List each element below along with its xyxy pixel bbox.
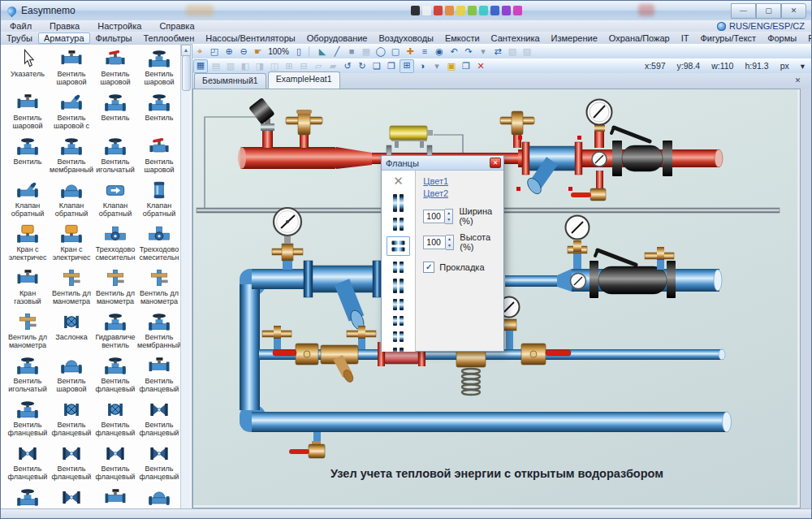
line-tool-icon[interactable]: ╱ bbox=[330, 45, 343, 58]
palette-item[interactable] bbox=[137, 487, 181, 508]
palette-scrollbar[interactable]: ▲ bbox=[180, 45, 191, 508]
palette-item[interactable]: Вентиль фланцевый bbox=[137, 399, 181, 443]
category-tab[interactable]: Емкости bbox=[439, 33, 486, 43]
window-control-button[interactable]: — bbox=[731, 3, 756, 19]
color-link[interactable]: Цвет2 bbox=[423, 188, 499, 198]
fill-tool-icon[interactable]: ◣ bbox=[316, 45, 329, 58]
category-tab[interactable]: Фильтры bbox=[90, 33, 138, 43]
palette-item[interactable]: Вентиль фланцевый bbox=[137, 443, 181, 487]
magic-tool-icon[interactable]: ✚ bbox=[404, 45, 417, 58]
align-left-icon[interactable]: ▤ bbox=[209, 60, 222, 72]
palette-item[interactable]: Вентиль шаровой bbox=[137, 48, 181, 92]
flange-none-option[interactable]: ✕ bbox=[393, 174, 404, 188]
palette-item[interactable] bbox=[6, 487, 50, 508]
close-document-icon[interactable]: ✕ bbox=[793, 76, 803, 86]
list-icon[interactable]: ≡ bbox=[418, 45, 431, 58]
palette-item[interactable]: Клапан обратный bbox=[137, 179, 181, 223]
group-icon[interactable]: ▧ bbox=[506, 45, 519, 58]
spinner-value-input[interactable]: 100 bbox=[423, 236, 445, 249]
window-control-button[interactable]: ✕ bbox=[781, 3, 806, 19]
flange-option[interactable] bbox=[393, 299, 404, 310]
menu-item[interactable]: Правка bbox=[41, 21, 89, 31]
redo-icon[interactable]: ↷ bbox=[462, 45, 475, 58]
zoom-in-icon[interactable]: ⊕ bbox=[222, 45, 235, 58]
palette-item[interactable]: Клапан обратный bbox=[93, 179, 137, 223]
palette-item[interactable]: Вентиль bbox=[6, 136, 50, 179]
language-switcher[interactable]: RUS/ENG/ESP/CZ bbox=[717, 20, 811, 32]
align-center-icon[interactable]: ▥ bbox=[224, 60, 237, 72]
redo-caret-icon[interactable]: ▾ bbox=[477, 45, 490, 58]
snap-grid-icon[interactable]: ⊞ bbox=[400, 59, 414, 73]
palette-item[interactable] bbox=[50, 487, 93, 508]
palette-item[interactable]: Вентиль фланцевый bbox=[93, 399, 137, 443]
gauge-riser-right[interactable] bbox=[566, 216, 590, 270]
palette-item[interactable]: Вентиль фланцевый bbox=[50, 399, 93, 443]
palette-item[interactable]: Гидравличе вентиль bbox=[93, 311, 137, 355]
dialog-close-icon[interactable]: ✕ bbox=[490, 158, 501, 168]
blue-strainer[interactable] bbox=[304, 261, 382, 331]
category-tab[interactable]: Охрана/Пожар bbox=[603, 33, 676, 43]
category-tab[interactable]: Измерение bbox=[546, 33, 603, 43]
category-tab[interactable]: Трубы bbox=[1, 33, 38, 43]
palette-item[interactable]: Вентиль шаровой bbox=[50, 355, 93, 399]
palette-item[interactable]: Вентиль игольчатый bbox=[6, 355, 50, 399]
palette-item[interactable]: Вентиль шаровой bbox=[50, 48, 93, 92]
send-back-icon[interactable]: ❐ bbox=[385, 60, 398, 72]
palette-item[interactable]: Вентиль фланцевый bbox=[6, 443, 50, 487]
separator[interactable] bbox=[309, 46, 313, 57]
palette-item[interactable]: Трехходово смесительн bbox=[93, 223, 137, 267]
category-tab[interactable]: IT bbox=[676, 33, 695, 43]
zoom-level[interactable]: 100% bbox=[266, 45, 291, 58]
color-wheel-icon[interactable]: ◑ bbox=[416, 60, 429, 72]
scroll-up-icon[interactable]: ▲ bbox=[181, 45, 191, 56]
palette-item[interactable]: Вентиль bbox=[93, 92, 137, 136]
rounded-rect-icon[interactable]: ▢ bbox=[389, 45, 402, 58]
palette-item[interactable]: Вентиль дл манометра bbox=[137, 267, 181, 311]
rotate-left-icon[interactable]: ↺ bbox=[341, 60, 354, 72]
flange-option[interactable] bbox=[393, 279, 404, 293]
gasket-checkbox[interactable]: ✓ bbox=[423, 262, 434, 273]
palette-item[interactable]: Кран газовый bbox=[6, 267, 50, 311]
palette-item[interactable]: Вентиль мембранный bbox=[137, 311, 181, 355]
flange-option[interactable] bbox=[393, 348, 404, 352]
color-caret-icon[interactable]: ▾ bbox=[430, 60, 443, 72]
window-control-button[interactable]: ▢ bbox=[756, 3, 781, 19]
palette-item[interactable]: Вентиль bbox=[137, 92, 181, 136]
palette-item[interactable]: Кран с электричес bbox=[6, 223, 50, 267]
flanges-dialog[interactable]: Фланцы ✕ ✕ bbox=[381, 155, 504, 352]
align-middle-icon[interactable]: ◫ bbox=[268, 60, 281, 72]
category-tab[interactable]: Насосы/Вентиляторы bbox=[200, 33, 300, 43]
drain-valve[interactable] bbox=[289, 432, 325, 458]
flange-option[interactable] bbox=[393, 331, 404, 342]
bring-front-icon[interactable]: ❏ bbox=[370, 60, 383, 72]
hand-tool-icon[interactable]: ☛ bbox=[252, 45, 265, 58]
palette-item[interactable]: Вентиль шаровой с bbox=[50, 92, 93, 136]
palette-item[interactable]: Вентиль фланцевый bbox=[93, 443, 137, 487]
category-tab[interactable]: Оборудование bbox=[301, 33, 374, 43]
palette-item[interactable]: Вентиль шаровой bbox=[6, 92, 50, 136]
grid-icon[interactable]: ▦ bbox=[193, 59, 208, 73]
find-icon[interactable]: ◉ bbox=[433, 45, 446, 58]
red-lever-valve-right[interactable] bbox=[521, 344, 571, 365]
dialog-title-bar[interactable]: Фланцы ✕ bbox=[382, 156, 503, 171]
align-right-icon[interactable]: ◧ bbox=[239, 60, 252, 72]
menu-item[interactable]: Справка bbox=[150, 21, 203, 31]
page-icon[interactable]: ▯ bbox=[292, 45, 305, 58]
category-tab[interactable]: Сантехника bbox=[486, 33, 546, 43]
temperature-sensor[interactable] bbox=[248, 97, 275, 148]
swap-icon[interactable]: ⇄ bbox=[491, 45, 504, 58]
palette-item[interactable]: Вентиль мембранный bbox=[50, 136, 93, 179]
color-link[interactable]: Цвет1 bbox=[423, 176, 499, 186]
delete-icon[interactable]: ✕ bbox=[474, 60, 487, 72]
palette-item[interactable]: Вентиль дл манометра bbox=[6, 311, 50, 355]
category-tab[interactable]: Воздуховоды bbox=[374, 33, 439, 43]
brass-tap-supply-1[interactable] bbox=[286, 110, 322, 148]
flange-option[interactable] bbox=[393, 262, 404, 273]
spinner-value-input[interactable]: 100 bbox=[423, 210, 445, 223]
category-tab[interactable]: Теплообмен bbox=[137, 33, 200, 43]
fill-color-icon[interactable]: ■ bbox=[345, 45, 358, 58]
zoom-region-icon[interactable]: ◰ bbox=[208, 45, 221, 58]
spinner-arrows[interactable]: ▲▼ bbox=[446, 235, 455, 250]
palette-item[interactable]: Вентиль фланцевый bbox=[137, 355, 181, 399]
black-ball-valve-supply[interactable] bbox=[611, 128, 672, 176]
